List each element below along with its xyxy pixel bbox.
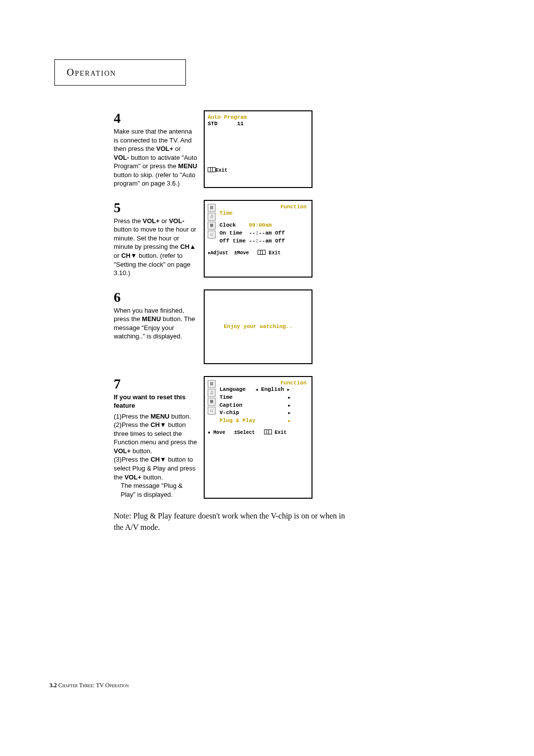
osd-item-plug-play: Plug & Play bbox=[220, 417, 309, 425]
osd-title: Auto Program bbox=[208, 114, 309, 120]
header-box: Operation bbox=[54, 59, 186, 86]
osd-footer: Exit bbox=[208, 167, 309, 173]
step-number: 5 bbox=[114, 200, 198, 216]
step-number: 4 bbox=[114, 110, 198, 126]
osd-footer: Adjust Move Exit bbox=[208, 249, 309, 256]
menu-icon bbox=[258, 250, 266, 255]
osd-sidebar: ▥ ♫ ▦ ⌂ bbox=[208, 380, 217, 425]
picture-icon: ▥ bbox=[208, 380, 216, 388]
osd-footer: Move Select Exit bbox=[208, 429, 309, 435]
osd-enjoy: Enjoy your watching.. bbox=[204, 289, 312, 364]
step-5: 5 Press the VOL+ or VOL- button to move … bbox=[114, 200, 356, 278]
osd-auto-program: Auto Program STD 11 Exit bbox=[204, 110, 312, 188]
content: 4 Make sure that the antenna is connecte… bbox=[114, 110, 356, 533]
step-text: If you want to reset this feature (1)Pre… bbox=[114, 393, 198, 499]
step-text: Make sure that the antenna is connected … bbox=[114, 127, 198, 188]
page-footer: 3.2 Chapter Three: TV Operation bbox=[49, 682, 129, 689]
step-text: Press the VOL+ or VOL- button to move to… bbox=[114, 217, 198, 278]
function-icon: ⌂ bbox=[208, 407, 216, 415]
osd-item-caption: Caption bbox=[220, 402, 309, 410]
step-number: 6 bbox=[114, 289, 198, 305]
osd-function-menu: ▥ ♫ ▦ ⌂ Function Language English Time C… bbox=[204, 376, 312, 499]
osd-heading: Function bbox=[220, 380, 309, 386]
section-header: Operation bbox=[67, 67, 116, 78]
step-6: 6 When you have finished, press the MENU… bbox=[114, 289, 356, 364]
step-4: 4 Make sure that the antenna is connecte… bbox=[114, 110, 356, 188]
menu-icon bbox=[264, 429, 272, 434]
step-7: 7 If you want to reset this feature (1)P… bbox=[114, 376, 356, 499]
menu-icon bbox=[208, 167, 216, 172]
osd-item-time: Time bbox=[220, 210, 309, 218]
function-icon: ⌂ bbox=[208, 231, 216, 238]
sound-icon: ♫ bbox=[208, 389, 216, 397]
step-number: 7 bbox=[114, 376, 198, 392]
step-text: When you have finished, press the MENU b… bbox=[114, 306, 198, 341]
sound-icon: ♫ bbox=[208, 213, 216, 221]
page: Operation 4 Make sure that the antenna i… bbox=[0, 0, 534, 756]
picture-icon: ▥ bbox=[208, 204, 216, 212]
osd-heading: Function bbox=[220, 204, 309, 210]
osd-item-offtime: Off time --:--am Off bbox=[220, 237, 309, 245]
osd-item-vchip: V-chip bbox=[220, 409, 309, 417]
osd-item-ontime: On time --:--am Off bbox=[220, 230, 309, 237]
osd-message: Enjoy your watching.. bbox=[224, 324, 293, 330]
channel-icon: ▦ bbox=[208, 222, 216, 230]
osd-item-clock: Clock 09:00am bbox=[220, 222, 309, 230]
osd-sidebar: ▥ ♫ ▦ ⌂ bbox=[208, 204, 217, 245]
channel-icon: ▦ bbox=[208, 398, 216, 406]
osd-item-time: Time bbox=[220, 394, 309, 402]
osd-function-time: ▥ ♫ ▦ ⌂ Function Time Clock 09:00am On t… bbox=[204, 200, 312, 278]
note: Note: Plug & Play feature doesn't work w… bbox=[114, 511, 356, 533]
osd-item-language: Language English bbox=[220, 386, 309, 394]
